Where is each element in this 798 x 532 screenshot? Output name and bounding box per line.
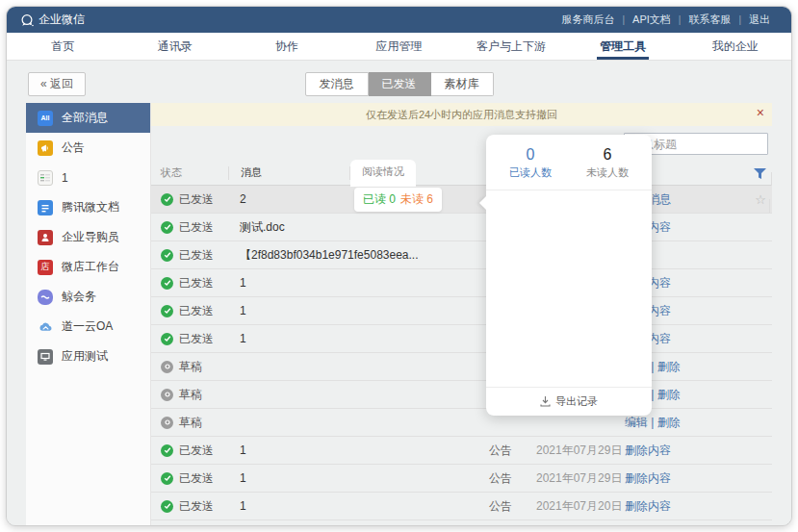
sidebar-item-tencent-docs[interactable]: 腾讯微文档 bbox=[26, 192, 150, 222]
sidebar-item-1[interactable]: 1 bbox=[26, 163, 150, 192]
tab-material-library[interactable]: 素材库 bbox=[431, 72, 494, 96]
search-row bbox=[151, 126, 772, 161]
table-row[interactable]: 已发送 1 删除内容 bbox=[151, 325, 772, 353]
draft-icon bbox=[161, 361, 173, 373]
link-service-provider[interactable]: 服务商后台 bbox=[553, 13, 622, 27]
read-count-label: 已读人数 bbox=[492, 165, 569, 180]
sidebar-item-all-messages[interactable]: All 全部消息 bbox=[26, 103, 150, 133]
sidebar-item-label: 腾讯微文档 bbox=[62, 199, 119, 215]
notice-bar: 仅在发送后24小时内的应用消息支持撤回 × bbox=[151, 103, 772, 126]
sent-check-icon bbox=[161, 277, 173, 290]
export-records-label: 导出记录 bbox=[555, 394, 598, 409]
sidebar-item-label: 公告 bbox=[62, 139, 85, 156]
sent-check-icon bbox=[161, 249, 173, 262]
person-badge-icon bbox=[38, 230, 53, 245]
sidebar-item-shopping-guide[interactable]: 企业导购员 bbox=[26, 222, 150, 252]
nav-home[interactable]: 首页 bbox=[7, 33, 118, 60]
date-cell: 2021年07月20日 bbox=[536, 498, 625, 515]
draft-icon bbox=[161, 417, 173, 429]
status-label: 草稿 bbox=[179, 387, 202, 403]
table-row[interactable]: 已发送 2 已读 0未读 6 撤回消息 ☆ bbox=[151, 186, 772, 214]
sidebar-item-daoyiyun-oa[interactable]: 道一云OA bbox=[26, 312, 150, 342]
header-status: 状态 bbox=[151, 165, 228, 180]
sidebar-item-announcement[interactable]: 公告 bbox=[26, 133, 150, 163]
app-window: 企业微信 服务商后台| API文档| 联系客服| 退出 首页 通讯录 协作 应用… bbox=[6, 6, 792, 526]
sidebar-item-weidian-workbench[interactable]: 店 微店工作台 bbox=[26, 252, 150, 282]
edit-delete-links[interactable]: 编辑 | 删除 bbox=[625, 416, 681, 429]
toolbar: « 返回 发消息 已发送 素材库 bbox=[26, 70, 772, 103]
unread-count: 未读 6 bbox=[400, 192, 433, 206]
unread-count-label: 未读人数 bbox=[569, 165, 646, 180]
status-label: 已发送 bbox=[179, 191, 214, 208]
unread-count-number: 6 bbox=[569, 146, 646, 164]
tab-send-message[interactable]: 发消息 bbox=[305, 72, 369, 96]
sent-check-icon bbox=[161, 472, 173, 485]
monitor-icon bbox=[38, 349, 53, 365]
action-cell: 删除内容 bbox=[625, 443, 752, 459]
status-label: 已发送 bbox=[179, 219, 214, 236]
sent-check-icon bbox=[161, 221, 173, 234]
star-cell[interactable]: ☆ bbox=[752, 192, 772, 207]
notice-text: 仅在发送后24小时内的应用消息支持撤回 bbox=[366, 108, 557, 122]
sidebar-item-label: 企业导购员 bbox=[62, 229, 119, 245]
whale-bubble-icon bbox=[38, 290, 53, 305]
close-icon[interactable]: × bbox=[757, 106, 764, 119]
sidebar-item-app-test[interactable]: 应用测试 bbox=[26, 342, 150, 371]
table-row[interactable]: 已发送 1 删除内容 bbox=[151, 297, 772, 325]
table-row[interactable]: 草稿 编辑 | 删除 bbox=[151, 409, 772, 437]
nav-my-company[interactable]: 我的企业 bbox=[680, 33, 791, 60]
message-cell: 1 bbox=[228, 332, 348, 345]
read-stat: 0 已读人数 bbox=[492, 146, 569, 180]
table-row[interactable]: 已发送 1 公告2021年07月29日 删除内容 bbox=[151, 437, 772, 465]
date-cell: 2021年07月29日 bbox=[536, 470, 625, 487]
filter-icon[interactable] bbox=[754, 168, 766, 179]
read-status-cell[interactable]: 已读 0未读 6 bbox=[348, 188, 483, 212]
nav-collaboration[interactable]: 协作 bbox=[231, 33, 343, 60]
status-label: 已发送 bbox=[179, 247, 214, 264]
sidebar-item-label: 微店工作台 bbox=[62, 259, 119, 275]
table-header: 状态 消息 阅读情况 操作 bbox=[151, 161, 772, 186]
nav-customers[interactable]: 客户与上下游 bbox=[455, 33, 567, 60]
popover-stats: 0 已读人数 6 未读人数 bbox=[486, 135, 652, 190]
type-cell: 公告 bbox=[483, 470, 536, 487]
table-row[interactable]: 草稿 编辑 | 删除 bbox=[151, 381, 772, 409]
back-button[interactable]: « 返回 bbox=[28, 72, 86, 96]
delete-content-link[interactable]: 删除内容 bbox=[625, 499, 671, 513]
sidebar-item-whale-conference[interactable]: 鲸会务 bbox=[26, 282, 150, 312]
nav-admin-tools[interactable]: 管理工具 bbox=[567, 33, 679, 60]
action-cell: 编辑 | 删除 bbox=[625, 415, 752, 431]
nav-app-management[interactable]: 应用管理 bbox=[343, 33, 454, 60]
message-cell: 测试.doc bbox=[228, 219, 348, 236]
table-row[interactable]: 已发送 1 公告2021年07月29日 删除内容 bbox=[151, 465, 772, 493]
table-row[interactable]: 已发送 1 删除内容 bbox=[151, 269, 772, 297]
link-logout[interactable]: 退出 bbox=[741, 13, 778, 27]
cloud-icon bbox=[38, 319, 53, 335]
read-count: 已读 0 bbox=[363, 192, 396, 206]
header-divider bbox=[771, 172, 772, 186]
message-list-panel: 仅在发送后24小时内的应用消息支持撤回 × 状态 消息 阅读情况 bbox=[151, 103, 772, 526]
nav-contacts[interactable]: 通讯录 bbox=[118, 33, 230, 60]
app-sidebar: All 全部消息 公告 1 bbox=[26, 103, 151, 526]
table-row[interactable]: 已发送 【2f8d83bf034b1e971fe5083eea... bbox=[151, 241, 772, 269]
unread-stat: 6 未读人数 bbox=[569, 146, 646, 180]
export-records-button[interactable]: 导出记录 bbox=[486, 387, 652, 416]
action-cell: 删除内容 bbox=[625, 498, 752, 515]
message-cell: 1 bbox=[228, 276, 348, 290]
read-status-popover: 0 已读人数 6 未读人数 导出记录 bbox=[486, 135, 652, 416]
message-cell: 【2f8d83bf034b1e971fe5083eea... bbox=[228, 247, 348, 264]
header-filter[interactable] bbox=[754, 165, 772, 180]
delete-content-link[interactable]: 删除内容 bbox=[625, 471, 671, 485]
link-api-docs[interactable]: API文档 bbox=[625, 13, 679, 27]
link-contact-support[interactable]: 联系客服 bbox=[681, 13, 738, 27]
sent-check-icon bbox=[161, 500, 173, 513]
table-row[interactable]: 已发送 1 公告2021年07月20日 删除内容 bbox=[151, 493, 772, 520]
type-cell: 公告 bbox=[483, 443, 536, 459]
table-row[interactable]: 已发送 测试.doc 删除内容 bbox=[151, 214, 772, 241]
sidebar-item-label: 1 bbox=[62, 171, 68, 185]
table-row[interactable]: 草稿 编辑 | 删除 bbox=[151, 353, 772, 381]
sent-check-icon bbox=[161, 305, 173, 317]
star-icon[interactable]: ☆ bbox=[755, 192, 766, 207]
tab-sent[interactable]: 已发送 bbox=[369, 72, 431, 96]
all-badge-icon: All bbox=[38, 111, 53, 126]
delete-content-link[interactable]: 删除内容 bbox=[625, 443, 671, 457]
